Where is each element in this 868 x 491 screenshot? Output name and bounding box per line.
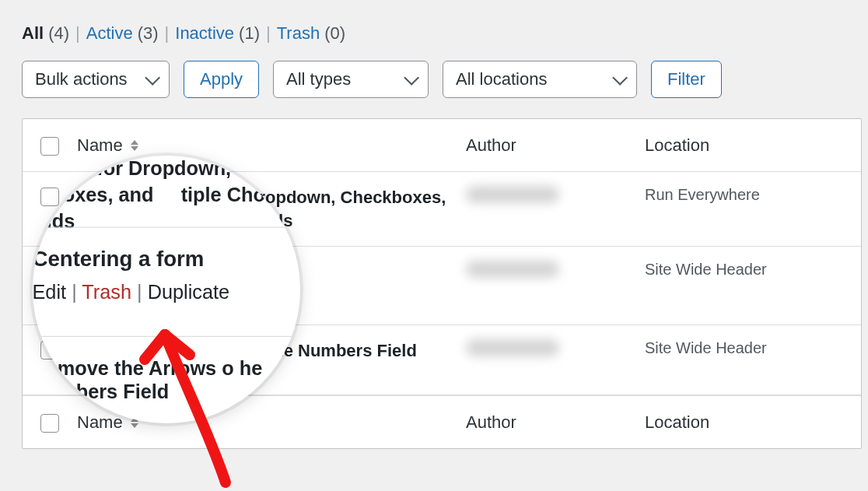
apply-label: Apply (200, 69, 243, 89)
column-location-header[interactable]: Location (645, 135, 863, 156)
locations-select[interactable]: All locations (443, 61, 637, 98)
controls-row: Bulk actions Apply All types All locatio… (22, 61, 846, 98)
row-author-cell (466, 186, 645, 207)
filter-button[interactable]: Filter (651, 61, 722, 98)
tab-separator: | (266, 23, 271, 44)
types-label: All types (286, 69, 351, 89)
tab-separator: | (165, 23, 170, 44)
select-all-cell (23, 412, 77, 433)
row-author-cell (466, 339, 645, 360)
author-blurred (466, 339, 559, 356)
magnifier-overlay: for Dropdown, eckboxes, and tiple Choice… (33, 156, 300, 423)
tab-separator: | (75, 23, 80, 44)
row-author-cell (466, 261, 645, 282)
column-author-header[interactable]: Author (466, 135, 645, 156)
sort-icon (131, 140, 138, 151)
duplicate-action[interactable]: Duplicate (148, 281, 229, 303)
magnifier-title: Centering a form (33, 247, 300, 272)
tab-trash[interactable]: Trash (0) (277, 23, 345, 44)
bulk-actions-select[interactable]: Bulk actions (22, 61, 170, 98)
tab-inactive[interactable]: Inactive (1) (175, 23, 260, 44)
chevron-down-icon (145, 70, 160, 86)
trash-action[interactable]: Trash (82, 281, 131, 303)
row-location-cell: Site Wide Header (645, 339, 863, 357)
select-all-checkbox[interactable] (40, 137, 59, 156)
select-all-cell (23, 135, 77, 156)
chevron-down-icon (612, 70, 628, 86)
tab-all[interactable]: All (4) (22, 23, 69, 44)
chevron-down-icon (404, 70, 419, 86)
row-location-cell: Site Wide Header (645, 261, 863, 279)
row-checkbox[interactable] (40, 188, 59, 206)
filter-tabs: All (4) | Active (3) | Inactive (1) | Tr… (22, 23, 846, 44)
column-name-label: Name (77, 412, 123, 433)
locations-label: All locations (456, 69, 547, 89)
column-author-footer[interactable]: Author (466, 412, 645, 433)
select-all-checkbox-footer[interactable] (40, 414, 59, 433)
author-blurred (466, 261, 559, 278)
magnifier-actions: Edit | Trash | Duplicate (33, 281, 300, 304)
column-location-footer[interactable]: Location (645, 412, 863, 433)
author-blurred (466, 186, 559, 203)
column-name-header[interactable]: Name (77, 135, 466, 156)
apply-button[interactable]: Apply (184, 61, 259, 98)
bulk-actions-label: Bulk actions (35, 69, 128, 89)
row-location-cell: Run Everywhere (645, 186, 863, 204)
edit-action[interactable]: Edit (33, 281, 66, 303)
tab-active[interactable]: Active (3) (86, 23, 159, 44)
types-select[interactable]: All types (273, 61, 429, 98)
magnifier-row-mid: Centering a form Edit | Trash | Duplicat… (33, 247, 300, 304)
column-name-label: Name (77, 135, 123, 156)
filter-label: Filter (667, 69, 705, 89)
